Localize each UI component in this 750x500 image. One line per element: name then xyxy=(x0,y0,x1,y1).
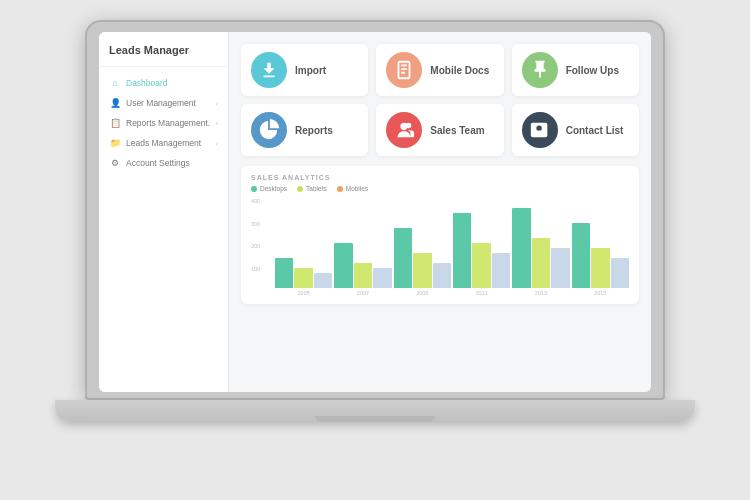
sidebar-label-user-management: User Management xyxy=(126,98,211,108)
bar-desktops-3 xyxy=(453,213,471,288)
chart-title: SALES ANALYTICS xyxy=(251,174,629,181)
bar-tablets-0 xyxy=(294,268,312,288)
sidebar-item-user-management[interactable]: 👤 User Management › xyxy=(99,93,228,113)
tablets-label: Tablets xyxy=(306,185,327,192)
sidebar-label-reports-management: Reports Management. xyxy=(126,118,211,128)
bar-group-2 xyxy=(394,228,451,288)
widget-reports[interactable]: Reports xyxy=(241,104,368,156)
import-icon-bg xyxy=(251,52,287,88)
sidebar-item-leads-management[interactable]: 📁 Leads Management › xyxy=(99,133,228,153)
chart-section: SALES ANALYTICS Desktops Tablets Mobi xyxy=(241,166,639,304)
home-icon: ⌂ xyxy=(109,78,121,88)
bar-group-0 xyxy=(275,258,332,288)
widget-sales-team[interactable]: Sales Team xyxy=(376,104,503,156)
mobile-docs-icon-bg xyxy=(386,52,422,88)
chevron-right-icon: › xyxy=(216,100,218,107)
widget-label-contact-list: Contact List xyxy=(566,125,624,136)
widget-contact-list[interactable]: Contact List xyxy=(512,104,639,156)
chevron-right-icon-3: › xyxy=(216,140,218,147)
laptop-wrapper: Leads Manager ⌂ Dashboard 👤 User Managem… xyxy=(35,20,715,480)
mobile-docs-icon xyxy=(393,59,415,81)
legend-tablets: Tablets xyxy=(297,185,327,192)
chart-area: 400 300 200 100 xyxy=(251,198,629,288)
bar-desktops-4 xyxy=(512,208,530,288)
legend-desktops: Desktops xyxy=(251,185,287,192)
y-label-400: 400 xyxy=(251,198,260,204)
sales-team-icon-bg xyxy=(386,112,422,148)
bar-group-4 xyxy=(512,208,569,288)
widget-label-follow-ups: Follow Ups xyxy=(566,65,619,76)
chart-legend: Desktops Tablets Mobiles xyxy=(251,185,629,192)
sidebar-label-account-settings: Account Settings xyxy=(126,158,218,168)
tablets-dot xyxy=(297,186,303,192)
chevron-right-icon-2: › xyxy=(216,120,218,127)
sidebar: Leads Manager ⌂ Dashboard 👤 User Managem… xyxy=(99,32,229,392)
bar-mobiles-3 xyxy=(492,253,510,288)
desktops-dot xyxy=(251,186,257,192)
pin-icon xyxy=(529,59,551,81)
x-label-2009: 2009 xyxy=(394,290,451,296)
sidebar-item-account-settings[interactable]: ⚙ Account Settings xyxy=(99,153,228,173)
widget-mobile-docs[interactable]: Mobile Docs xyxy=(376,44,503,96)
bar-group-5 xyxy=(572,223,629,288)
widget-label-reports: Reports xyxy=(295,125,333,136)
bar-mobiles-1 xyxy=(373,268,391,288)
sidebar-item-dashboard[interactable]: ⌂ Dashboard xyxy=(99,73,228,93)
bar-tablets-4 xyxy=(532,238,550,288)
sidebar-label-dashboard: Dashboard xyxy=(126,78,218,88)
bar-group-1 xyxy=(334,243,391,288)
download-icon xyxy=(258,59,280,81)
reports-icon: 📋 xyxy=(109,118,121,128)
y-label-300: 300 xyxy=(251,221,260,227)
legend-mobiles: Mobiles xyxy=(337,185,368,192)
mobiles-label: Mobiles xyxy=(346,185,368,192)
bar-desktops-5 xyxy=(572,223,590,288)
x-label-2013: 2013 xyxy=(512,290,569,296)
laptop-screen-bezel: Leads Manager ⌂ Dashboard 👤 User Managem… xyxy=(85,20,665,400)
widget-label-import: Import xyxy=(295,65,326,76)
bar-tablets-5 xyxy=(591,248,609,288)
x-label-2005: 2005 xyxy=(275,290,332,296)
bar-tablets-3 xyxy=(472,243,490,288)
contact-book-icon xyxy=(529,119,551,141)
y-label-200: 200 xyxy=(251,243,260,249)
chart-x-axis: 2005 2007 2009 2011 2013 2015 xyxy=(251,290,629,296)
gear-icon: ⚙ xyxy=(109,158,121,168)
x-label-2011: 2011 xyxy=(453,290,510,296)
bar-desktops-0 xyxy=(275,258,293,288)
sidebar-item-reports-management[interactable]: 📋 Reports Management. › xyxy=(99,113,228,133)
contact-list-icon-bg xyxy=(522,112,558,148)
user-icon: 👤 xyxy=(109,98,121,108)
bar-mobiles-2 xyxy=(433,263,451,288)
mobiles-dot xyxy=(337,186,343,192)
bar-tablets-2 xyxy=(413,253,431,288)
chart-y-axis: 400 300 200 100 xyxy=(251,198,260,288)
reports-icon-bg xyxy=(251,112,287,148)
bar-mobiles-4 xyxy=(551,248,569,288)
bar-desktops-1 xyxy=(334,243,352,288)
desktops-label: Desktops xyxy=(260,185,287,192)
sidebar-label-leads-management: Leads Management xyxy=(126,138,211,148)
app-title: Leads Manager xyxy=(99,44,228,67)
bar-group-3 xyxy=(453,213,510,288)
folder-icon: 📁 xyxy=(109,138,121,148)
laptop-base xyxy=(55,400,695,422)
widget-grid: Import Mobile Docs xyxy=(241,44,639,156)
pie-chart-icon xyxy=(258,119,280,141)
follow-ups-icon-bg xyxy=(522,52,558,88)
main-content: Import Mobile Docs xyxy=(229,32,651,392)
widget-follow-ups[interactable]: Follow Ups xyxy=(512,44,639,96)
bar-desktops-2 xyxy=(394,228,412,288)
team-icon xyxy=(393,119,415,141)
widget-label-sales-team: Sales Team xyxy=(430,125,484,136)
x-label-2015: 2015 xyxy=(572,290,629,296)
bar-tablets-1 xyxy=(354,263,372,288)
widget-import[interactable]: Import xyxy=(241,44,368,96)
widget-label-mobile-docs: Mobile Docs xyxy=(430,65,489,76)
laptop-screen: Leads Manager ⌂ Dashboard 👤 User Managem… xyxy=(99,32,651,392)
y-label-100: 100 xyxy=(251,266,260,272)
bar-mobiles-5 xyxy=(611,258,629,288)
bar-mobiles-0 xyxy=(314,273,332,288)
x-label-2007: 2007 xyxy=(334,290,391,296)
